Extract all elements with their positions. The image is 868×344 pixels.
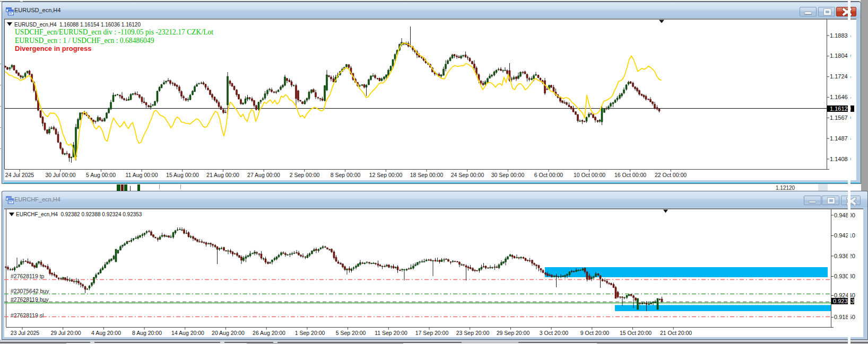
- svg-text:#27628119 buy: #27628119 buy: [11, 296, 49, 303]
- svg-text:#27628119 sl: #27628119 sl: [11, 312, 44, 319]
- svg-text:#27628119 tp: #27628119 tp: [11, 273, 45, 279]
- svg-text:#23075642 buy: #23075642 buy: [11, 288, 49, 294]
